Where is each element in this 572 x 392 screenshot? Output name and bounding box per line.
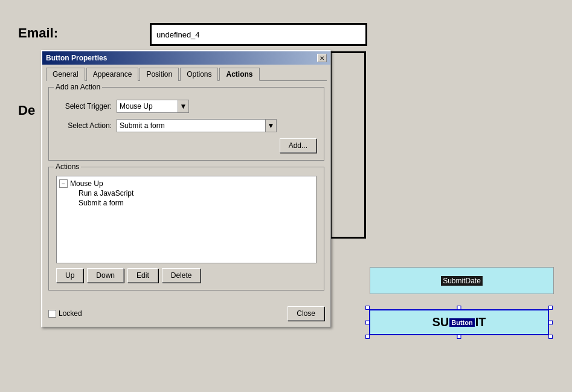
submit-date-button[interactable]: SubmitDate	[370, 267, 554, 294]
actions-list[interactable]: − Mouse Up Run a JavaScript Submit a for…	[56, 176, 317, 263]
trigger-row: Select Trigger: Mouse Up Mouse Down Mous…	[56, 100, 317, 113]
button-badge: Button	[449, 318, 474, 327]
de-label: De	[18, 103, 35, 118]
submit-text-right: IT	[475, 315, 486, 329]
dialog-title-bar: Button Properties ✕	[42, 51, 330, 65]
trigger-select[interactable]: Mouse Up Mouse Down Mouse Enter Mouse Ex…	[117, 100, 189, 113]
submit-date-label: SubmitDate	[441, 276, 483, 286]
handle-mr[interactable]	[548, 320, 553, 324]
email-value: undefined_4	[156, 30, 200, 39]
tab-general[interactable]: General	[46, 68, 85, 81]
action-label: Select Action:	[56, 121, 117, 130]
email-input[interactable]: undefined_4	[150, 23, 367, 46]
action-select-wrapper: Submit a form Run a JavaScript Open a we…	[117, 119, 277, 132]
dialog-body: Add an Action Select Trigger: Mouse Up M…	[42, 81, 330, 303]
locked-checkbox[interactable]	[48, 310, 56, 318]
locked-label: Locked	[59, 309, 82, 318]
tree-toggle[interactable]: −	[59, 179, 68, 188]
tree-item-1[interactable]: Run a JavaScript	[59, 188, 313, 198]
tree-item-1-label: Run a JavaScript	[79, 189, 133, 198]
trigger-select-wrapper: Mouse Up Mouse Down Mouse Enter Mouse Ex…	[117, 100, 189, 113]
dialog-title: Button Properties	[46, 54, 107, 62]
tree-root-label: Mouse Up	[70, 179, 103, 188]
action-select[interactable]: Submit a form Run a JavaScript Open a we…	[117, 119, 277, 132]
add-button-row: Add...	[56, 138, 317, 153]
add-action-label: Add an Action	[54, 83, 102, 91]
tab-options[interactable]: Options	[180, 68, 218, 81]
submit-button-wrapper: SU Button IT	[365, 306, 553, 339]
tree-item-2[interactable]: Submit a form	[59, 198, 313, 208]
tree-root-item[interactable]: − Mouse Up	[59, 179, 313, 188]
down-button[interactable]: Down	[87, 268, 124, 283]
email-label: Email:	[18, 25, 58, 41]
dialog-footer: Locked Close	[42, 303, 330, 327]
submit-btn-text: SU Button IT	[432, 315, 486, 329]
tab-position[interactable]: Position	[140, 68, 179, 81]
edit-button[interactable]: Edit	[127, 268, 158, 283]
handle-tr[interactable]	[548, 306, 553, 310]
trigger-label: Select Trigger:	[56, 102, 117, 111]
handle-bm[interactable]	[457, 335, 461, 339]
right-box	[330, 51, 366, 239]
add-action-section: Add an Action Select Trigger: Mouse Up M…	[48, 87, 324, 161]
actions-section-label: Actions	[54, 162, 81, 171]
delete-button[interactable]: Delete	[162, 268, 201, 283]
up-button[interactable]: Up	[56, 268, 83, 283]
action-row: Select Action: Submit a form Run a JavaS…	[56, 119, 317, 132]
tab-appearance[interactable]: Appearance	[86, 68, 139, 81]
tree-item-2-label: Submit a form	[79, 199, 124, 207]
button-properties-dialog: Button Properties ✕ General Appearance P…	[41, 50, 331, 327]
action-buttons-row: Up Down Edit Delete	[56, 268, 317, 283]
dialog-close-button[interactable]: ✕	[317, 54, 327, 62]
submit-text-left: SU	[432, 315, 449, 329]
handle-br[interactable]	[548, 335, 553, 339]
submit-button[interactable]: SU Button IT	[369, 309, 549, 335]
handle-bl[interactable]	[365, 335, 370, 339]
close-button[interactable]: Close	[288, 306, 324, 321]
locked-row: Locked	[48, 309, 82, 318]
tab-actions[interactable]: Actions	[219, 68, 259, 81]
add-button[interactable]: Add...	[280, 138, 317, 153]
tabs-row: General Appearance Position Options Acti…	[42, 65, 330, 80]
actions-section: Actions − Mouse Up Run a JavaScript Subm…	[48, 167, 324, 291]
